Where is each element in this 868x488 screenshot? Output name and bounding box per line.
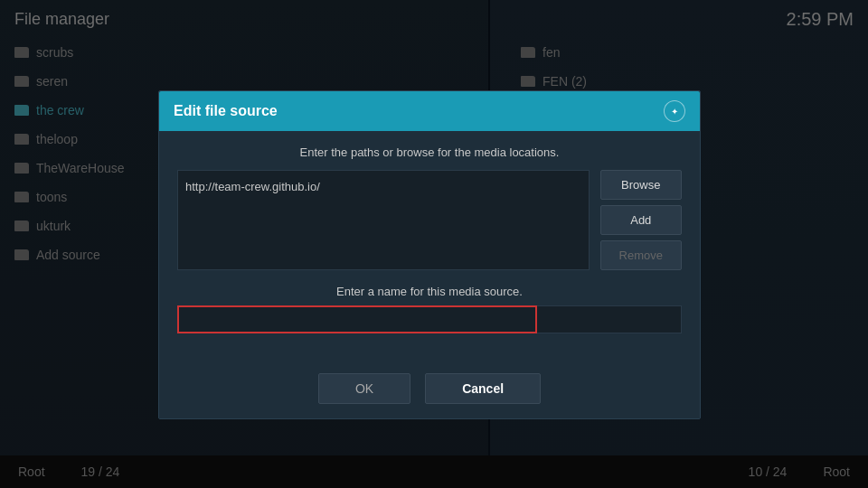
browse-button[interactable]: Browse [600,170,682,200]
add-button[interactable]: Add [600,205,682,235]
sources-area: http://team-crew.github.io/ Browse Add R… [177,170,682,270]
dialog-header: Edit file source ✦ [159,91,700,131]
dialog-title: Edit file source [174,103,278,119]
edit-file-source-dialog: Edit file source ✦ Enter the paths or br… [158,90,701,419]
name-input-right [537,305,682,333]
sources-buttons: Browse Add Remove [600,170,682,270]
cancel-button[interactable]: Cancel [425,373,541,404]
remove-button[interactable]: Remove [600,240,682,270]
kodi-icon: ✦ [664,100,685,122]
ok-button[interactable]: OK [318,373,410,404]
source-item[interactable]: http://team-crew.github.io/ [185,178,581,195]
name-input-row [177,305,682,333]
dialog-subtitle: Enter the paths or browse for the media … [177,145,682,159]
name-section: Enter a name for this media source. [177,285,682,333]
name-label: Enter a name for this media source. [177,285,682,298]
dialog-body: Enter the paths or browse for the media … [159,131,700,362]
sources-list: http://team-crew.github.io/ [177,170,590,270]
name-input[interactable] [177,305,537,333]
dialog-footer: OK Cancel [159,362,700,418]
